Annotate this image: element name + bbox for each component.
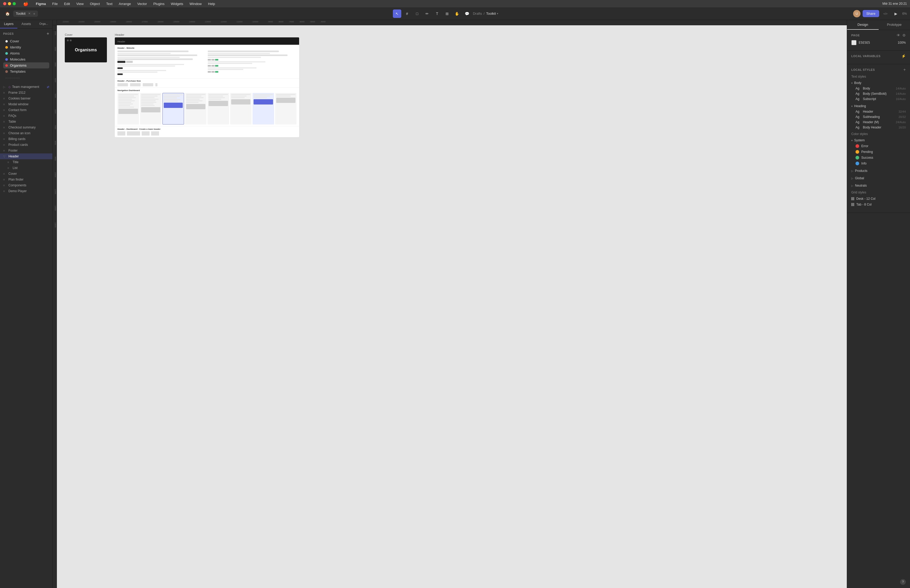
add-style-button[interactable]: + — [904, 67, 906, 72]
page-item-identity[interactable]: Identity — [3, 44, 49, 50]
desk-grid-icon — [851, 197, 854, 200]
new-tab-button[interactable]: + — [33, 11, 35, 16]
page-item-atoms[interactable]: Atoms — [3, 50, 49, 57]
layer-header[interactable]: ▽ Header — [0, 153, 52, 159]
layer-product-cards[interactable]: ≡ Product cards — [0, 142, 52, 148]
file-menu[interactable]: File — [51, 1, 59, 6]
canvas[interactable]: Cover Organisms Header — [57, 25, 847, 588]
layer-label-cookies-banner: Cookies banner — [8, 97, 31, 100]
design-tab[interactable]: Design — [847, 20, 879, 30]
code-view-button[interactable]: </> — [881, 10, 890, 18]
subheading-style-item[interactable]: Ag Subheading 20/32 — [851, 114, 906, 120]
layer-components[interactable]: ≡ Components — [0, 183, 52, 188]
error-color-item[interactable]: Error — [851, 143, 906, 149]
help-button[interactable]: ? — [900, 579, 906, 585]
subscript-style-item[interactable]: Ag Subscript 16/Auto — [851, 96, 906, 102]
edit-menu[interactable]: Edit — [63, 1, 71, 6]
layer-plan-finder[interactable]: ≡ Plan finder — [0, 177, 52, 183]
view-menu[interactable]: View — [75, 1, 85, 6]
play-button[interactable]: ▶ — [892, 10, 900, 18]
body-header-style-item[interactable]: Ag Body Header 16/20 — [851, 125, 906, 130]
pen-tool[interactable]: ✏ — [423, 10, 431, 18]
layer-frame-1512[interactable]: ≡ Frame 1512 — [0, 90, 52, 95]
body-style-item[interactable]: Ag Body 14/Auto — [851, 86, 906, 91]
widgets-menu[interactable]: Widgets — [170, 1, 184, 6]
breadcrumb-current[interactable]: Toolkit ▾ — [486, 11, 498, 16]
layer-label-checkout-summary: Checkout summary — [8, 126, 36, 129]
layer-table[interactable]: ≡ Table — [0, 119, 52, 124]
text-tool[interactable]: T — [433, 10, 441, 18]
cover-frame-box[interactable]: Organisms — [65, 37, 107, 62]
page-item-molecules[interactable]: Molecules — [3, 57, 49, 62]
layer-cookies-banner[interactable]: ≡ Cookies banner — [0, 95, 52, 101]
products-group-header[interactable]: ▷ Products — [851, 168, 906, 174]
body-group-header[interactable]: ▾ Body — [851, 80, 906, 86]
select-tool[interactable]: ↖ — [393, 10, 401, 18]
header-frame-box[interactable]: Header Header - Website — [115, 37, 299, 137]
tab-layers[interactable]: Layers — [0, 20, 18, 28]
desk-grid-item[interactable]: Desk - 12 Col — [851, 196, 906, 202]
layer-team-management[interactable]: ▷ ◇ Team management ⇄ — [0, 84, 52, 90]
layer-component-icon: ◇ — [8, 85, 11, 89]
page-opacity-value: 100% — [898, 41, 906, 44]
component-tool[interactable]: ⊞ — [443, 10, 451, 18]
neutrals-group-label: Neutrals — [855, 184, 867, 187]
object-menu[interactable]: Object — [89, 1, 101, 6]
layer-cover[interactable]: ≡ Cover — [0, 171, 52, 177]
layer-list[interactable]: ≡ List — [0, 165, 52, 171]
window-menu[interactable]: Window — [189, 1, 203, 6]
add-page-button[interactable]: + — [47, 31, 49, 36]
heading-group-header[interactable]: ▾ Heading — [851, 103, 906, 109]
page-item-cover[interactable]: Cover — [3, 38, 49, 44]
maximize-traffic-light[interactable] — [13, 2, 16, 5]
shape-tool[interactable]: □ — [413, 10, 421, 18]
prototype-tab[interactable]: Prototype — [879, 20, 910, 30]
layer-footer[interactable]: ≡ Footer — [0, 148, 52, 153]
tab-grid-item[interactable]: Tab - 8 Col — [851, 202, 906, 207]
vector-menu[interactable]: Vector — [136, 1, 148, 6]
arrange-menu[interactable]: Arrange — [118, 1, 132, 6]
close-traffic-light[interactable] — [3, 2, 6, 5]
layer-title[interactable]: ≡ Title — [0, 159, 52, 165]
toolbar-right: U Share </> ▶ 6% — [853, 10, 907, 18]
global-group-header[interactable]: ▷ Global — [851, 175, 906, 181]
apple-menu[interactable]: 🍎 — [22, 1, 29, 7]
text-menu[interactable]: Text — [105, 1, 113, 6]
tab-assets[interactable]: Assets — [18, 20, 35, 28]
plugins-menu[interactable]: Plugins — [152, 1, 166, 6]
success-color-item[interactable]: Success — [851, 155, 906, 161]
layer-contact-form[interactable]: ≡ Contact form — [0, 107, 52, 113]
body-semibold-style-item[interactable]: Ag Body (SemiBold) 14/Auto — [851, 91, 906, 96]
header-m-style-item[interactable]: Ag Header (M) 24/Auto — [851, 120, 906, 125]
active-tab[interactable]: Toolkit ✕ + — [13, 11, 38, 17]
neutrals-group-header[interactable]: ▷ Neutrals — [851, 183, 906, 189]
header-style-item[interactable]: Ag Header 32/44 — [851, 109, 906, 114]
help-menu[interactable]: Help — [207, 1, 216, 6]
tab-orga[interactable]: Orga... — [35, 20, 52, 28]
avatar[interactable]: U — [853, 10, 860, 17]
frame-tool[interactable]: # — [403, 10, 411, 18]
tab-close-button[interactable]: ✕ — [28, 12, 31, 15]
pending-color-item[interactable]: Pending — [851, 149, 906, 155]
page-item-templates[interactable]: Templates — [3, 68, 49, 74]
comment-tool[interactable]: 💬 — [463, 10, 471, 18]
figma-menu[interactable]: Figma — [35, 1, 47, 6]
layer-demo-player[interactable]: ≡ Demo Player — [0, 188, 52, 194]
page-item-organisms[interactable]: Organisms — [3, 62, 49, 68]
minimize-traffic-light[interactable] — [8, 2, 11, 5]
home-button[interactable]: 🏠 — [3, 10, 11, 18]
neutrals-chevron-icon: ▷ — [851, 184, 853, 187]
layer-faqs[interactable]: ≡ FAQs — [0, 113, 52, 119]
page-eye-icon[interactable]: 👁 — [897, 33, 900, 37]
info-color-item[interactable]: Info — [851, 161, 906, 166]
share-button[interactable]: Share — [863, 10, 879, 17]
system-group-header[interactable]: ▾ System — [851, 137, 906, 143]
page-color-swatch[interactable] — [851, 40, 857, 45]
page-settings-icon[interactable]: ⚙ — [902, 33, 906, 37]
layer-choose-icon[interactable]: ≡ Choose an icon — [0, 130, 52, 136]
layer-checkout-summary[interactable]: ≡ Checkout summary — [0, 124, 52, 130]
hand-tool[interactable]: ✋ — [453, 10, 461, 18]
local-vars-icon[interactable]: ⚡ — [901, 54, 906, 58]
layer-modal-window[interactable]: ≡ Modal window — [0, 101, 52, 107]
layer-billing-cards[interactable]: ≡ Billing cards — [0, 136, 52, 142]
